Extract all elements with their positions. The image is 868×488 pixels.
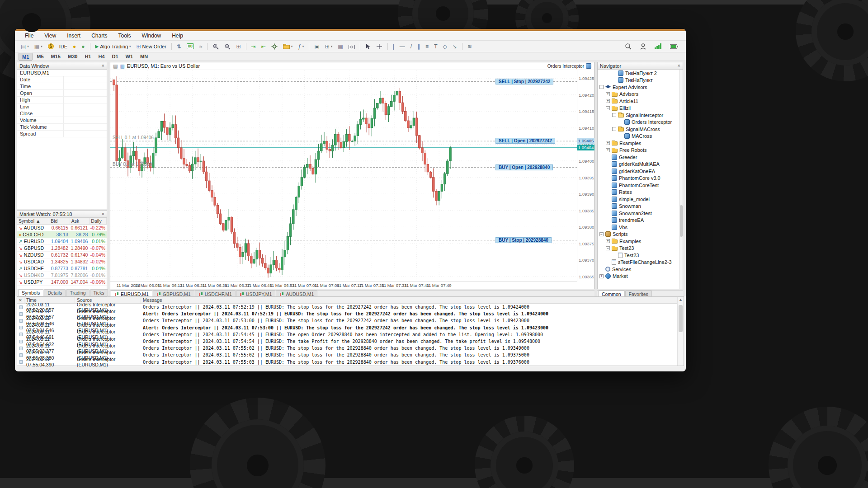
menu-item-file[interactable]: File [25, 33, 33, 39]
navigator-item-griderkatmultiaea[interactable]: griderKatMultiAEA [598, 161, 679, 168]
navigator-item-advisors[interactable]: +Advisors [598, 91, 679, 98]
timeframe-m15[interactable]: M15 [48, 53, 64, 61]
collapse-icon[interactable]: − [599, 232, 604, 236]
navigator-item-phantomcoretest[interactable]: PhantomCoreTest [598, 182, 679, 189]
objects-list-button[interactable]: ≋ [465, 42, 474, 51]
timeframe-m5[interactable]: M5 [33, 53, 47, 61]
navigator-item-phantomcorev30[interactable]: PhantomCore v3.0 [598, 175, 679, 182]
expand-icon[interactable]: + [606, 239, 610, 243]
zoom-in-button[interactable] [210, 42, 221, 51]
chart-plot-area[interactable]: SELL | Stop | 202927242SELL | Open | 202… [110, 70, 577, 282]
order-line-label[interactable]: BUY | Open | 202928840 [495, 164, 553, 170]
market-watch-row-nzdusd[interactable]: ↘NZDUSD 0.61732 0.61740 -0.04% [17, 252, 107, 258]
chart-window-selector[interactable]: ▤▾ [19, 42, 31, 51]
market-watch-row-usdchf[interactable]: ↗USDCHF 0.87773 0.87781 0.04% [17, 265, 107, 272]
navigator-scrollbar[interactable] [679, 70, 683, 289]
navigator-item-тикнапункт2[interactable]: ТикНаПункт 2 [598, 70, 679, 77]
trendline-tool[interactable]: / [408, 42, 414, 51]
navigator-item-signalinterceptor[interactable]: −SignalInterceptor [598, 112, 679, 119]
cursor-tool-button[interactable] [363, 42, 373, 51]
order-line-label[interactable]: SELL | Open | 202927242 [495, 138, 555, 144]
crosshair-tool-button[interactable] [374, 42, 385, 51]
column-header-symbol[interactable]: Symbol ▲ [17, 218, 49, 224]
indicators-button[interactable]: ƒ▾ [296, 42, 306, 51]
battery-icon[interactable] [668, 42, 680, 51]
community-icon[interactable]: ● [79, 42, 87, 51]
navigator-item-signalmacross[interactable]: −SignalMACross [598, 126, 679, 133]
chart-settings-button[interactable] [269, 42, 280, 51]
navigator-item-rates[interactable]: Rates [598, 189, 679, 196]
collapse-icon[interactable]: − [599, 85, 604, 89]
navigator-item-ordersinterceptor[interactable]: Orders Interceptor [598, 119, 679, 126]
navigator-item-freerobots[interactable]: +Free Robots [598, 147, 679, 154]
order-line-label[interactable]: SELL | Stop | 202927242 [495, 79, 553, 84]
market-watch-row-usdhkd[interactable]: ↘USDHKD 7.81975 7.82006 -0.01% [17, 272, 107, 279]
market-watch-row-csxcfd[interactable]: ●CSX CFD 38.13 38.28 0.79% [17, 231, 107, 238]
menu-item-tools[interactable]: Tools [118, 33, 131, 39]
templates-button[interactable]: ▾ [281, 42, 295, 51]
expand-icon[interactable]: + [606, 92, 610, 96]
cascade-windows-button[interactable]: ▦ [335, 42, 345, 51]
close-icon[interactable]: × [678, 63, 680, 68]
navigator-item-ellizii[interactable]: −Ellizii [598, 105, 679, 112]
fibonacci-tool[interactable]: ≡ [423, 42, 431, 51]
collapse-icon[interactable]: − [606, 106, 610, 110]
navigator-item-examples[interactable]: +Examples [598, 140, 679, 147]
market-watch-row-usdjpy[interactable]: ↘USDJPY 147.000 147.004 -0.06% [17, 279, 107, 286]
navigator-item-test23[interactable]: −Test23 [598, 245, 679, 252]
expand-icon[interactable]: + [606, 141, 610, 145]
channel-tool[interactable]: ∥ [415, 42, 422, 51]
navigator-item-macross[interactable]: MACross [598, 133, 679, 140]
chart-shift-button[interactable]: ⇥ [249, 42, 258, 51]
screenshot-button[interactable] [346, 42, 357, 51]
connection-status-icon[interactable] [652, 42, 664, 51]
time-axis[interactable]: 11 Mar 202411 Mar 06:0511 Mar 06:1311 Ma… [110, 282, 577, 289]
new-order-button[interactable]: ⊞New Order [134, 42, 169, 51]
expand-icon[interactable]: + [606, 99, 610, 103]
market-watch-row-audusd[interactable]: ↘AUDUSD 0.66115 0.66121 -0.22% [17, 225, 107, 231]
timeframe-d1[interactable]: D1 [109, 53, 122, 61]
profile-selector[interactable]: ▦▾ [32, 42, 45, 51]
navigator-item-тикнапункт[interactable]: ТикНаПункт [598, 77, 679, 84]
navigator-item-services[interactable]: Services [598, 266, 679, 273]
column-header-daily[interactable]: Daily ... [90, 218, 107, 224]
deposit-funds-button[interactable]: $ [46, 42, 56, 51]
market-watch-header[interactable]: Symbol ▲BidAskDaily ... [17, 218, 107, 225]
journal-row[interactable]: 2024.03.11 07:55:04.390 Orders Intercept… [17, 359, 684, 366]
market-watch-row-gbpusd[interactable]: ↘GBPUSD 1.28482 1.28490 -0.07% [17, 245, 107, 252]
column-header-ask[interactable]: Ask [70, 218, 90, 224]
navigator-item-simplemodel[interactable]: simple_model [598, 196, 679, 203]
scrollbar-thumb[interactable] [679, 305, 683, 332]
market-watch-row-eurusd[interactable]: ↗EURUSD 1.09404 1.09406 0.01% [17, 238, 107, 245]
zoom-out-button[interactable] [222, 42, 233, 51]
account-icon[interactable] [637, 42, 649, 51]
ea-icon[interactable] [586, 63, 591, 69]
menu-item-insert[interactable]: Insert [67, 33, 80, 39]
lock-icon[interactable]: ● [71, 42, 78, 51]
tab-ticks[interactable]: Ticks [90, 289, 108, 296]
tile-windows-button[interactable]: ▣ [312, 42, 321, 51]
tab-symbols[interactable]: Symbols [18, 289, 43, 296]
close-icon[interactable]: × [102, 63, 104, 68]
navigator-item-trendmeea[interactable]: trendmeEA [598, 217, 679, 224]
tab-trading[interactable]: Trading [66, 289, 89, 296]
navigator-item-vbs[interactable]: Vbs [598, 224, 679, 231]
menu-item-window[interactable]: Window [142, 33, 161, 39]
menu-item-help[interactable]: Help [172, 33, 183, 39]
algo-trading-button[interactable]: ▶Algo Trading▾ [93, 42, 133, 51]
search-icon[interactable] [623, 42, 634, 51]
expand-icon[interactable]: + [606, 148, 610, 152]
navigator-item-snowman[interactable]: Snowman [598, 203, 679, 210]
chart-menu-icon[interactable]: ▤ [113, 63, 118, 69]
navigator-item-greeder[interactable]: Greeder [598, 154, 679, 161]
auto-scroll-button[interactable]: ⇤ [259, 42, 268, 51]
scroll-up-icon[interactable]: ▲ [678, 297, 684, 302]
text-tool[interactable]: T [432, 42, 439, 51]
close-icon[interactable]: × [102, 211, 104, 216]
collapse-icon[interactable]: − [606, 246, 610, 250]
expand-icon[interactable]: + [599, 274, 604, 278]
navigator-item-market[interactable]: +Market [598, 273, 679, 280]
timeframe-m1[interactable]: M1 [19, 53, 33, 61]
horizontal-line-tool[interactable]: — [397, 42, 407, 51]
timeframe-m30[interactable]: M30 [65, 53, 80, 61]
